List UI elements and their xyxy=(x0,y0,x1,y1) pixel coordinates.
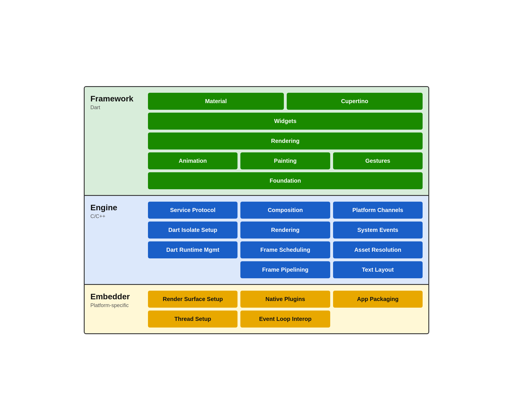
framework-content: Material Cupertino Widgets Rendering Ani… xyxy=(148,93,423,189)
embedder-row-2: Thread Setup Event Loop Interop xyxy=(148,311,423,328)
embedder-empty-box xyxy=(333,311,423,328)
painting-box: Painting xyxy=(240,152,330,169)
engine-section: Engine C/C++ Service Protocol Compositio… xyxy=(85,196,428,285)
engine-rendering-box: Rendering xyxy=(240,222,330,239)
framework-title: Framework xyxy=(90,94,148,103)
embedder-title: Embedder xyxy=(90,292,148,301)
framework-section: Framework Dart Material Cupertino Widget… xyxy=(85,87,428,196)
frame-pipelining-box: Frame Pipelining xyxy=(240,261,330,278)
embedder-row-1: Render Surface Setup Native Plugins App … xyxy=(148,291,423,308)
thread-setup-box: Thread Setup xyxy=(148,311,238,328)
animation-box: Animation xyxy=(148,152,238,169)
native-plugins-box: Native Plugins xyxy=(240,291,330,308)
engine-title: Engine xyxy=(90,203,148,212)
engine-row-4: Frame Pipelining Text Layout xyxy=(148,261,423,278)
engine-row-3: Dart Runtime Mgmt Frame Scheduling Asset… xyxy=(148,241,423,258)
asset-resolution-box: Asset Resolution xyxy=(333,241,423,258)
embedder-section: Embedder Platform-specific Render Surfac… xyxy=(85,285,428,333)
composition-box: Composition xyxy=(240,202,330,219)
embedder-label: Embedder Platform-specific xyxy=(90,291,148,328)
engine-content: Service Protocol Composition Platform Ch… xyxy=(148,202,423,278)
dart-isolate-setup-box: Dart Isolate Setup xyxy=(148,222,238,239)
gestures-box: Gestures xyxy=(333,152,423,169)
framework-row-1: Material Cupertino xyxy=(148,93,423,110)
framework-row-3: Rendering xyxy=(148,133,423,150)
rendering-box: Rendering xyxy=(148,133,423,150)
widgets-box: Widgets xyxy=(148,113,423,130)
engine-label: Engine C/C++ xyxy=(90,202,148,278)
framework-label: Framework Dart xyxy=(90,93,148,189)
framework-row-5: Foundation xyxy=(148,172,423,189)
app-packaging-box: App Packaging xyxy=(333,291,423,308)
frame-scheduling-box: Frame Scheduling xyxy=(240,241,330,258)
engine-subtitle: C/C++ xyxy=(90,213,148,220)
engine-row-1: Service Protocol Composition Platform Ch… xyxy=(148,202,423,219)
framework-row-2: Widgets xyxy=(148,113,423,130)
engine-empty-box xyxy=(148,261,238,278)
framework-subtitle: Dart xyxy=(90,105,148,111)
event-loop-interop-box: Event Loop Interop xyxy=(240,311,330,328)
embedder-subtitle: Platform-specific xyxy=(90,302,148,309)
material-box: Material xyxy=(148,93,284,110)
foundation-box: Foundation xyxy=(148,172,423,189)
platform-channels-box: Platform Channels xyxy=(333,202,423,219)
flutter-architecture-diagram: Framework Dart Material Cupertino Widget… xyxy=(84,86,429,334)
system-events-box: System Events xyxy=(333,222,423,239)
engine-row-2: Dart Isolate Setup Rendering System Even… xyxy=(148,222,423,239)
framework-row-4: Animation Painting Gestures xyxy=(148,152,423,169)
dart-runtime-mgmt-box: Dart Runtime Mgmt xyxy=(148,241,238,258)
render-surface-setup-box: Render Surface Setup xyxy=(148,291,238,308)
service-protocol-box: Service Protocol xyxy=(148,202,238,219)
cupertino-box: Cupertino xyxy=(287,93,423,110)
text-layout-box: Text Layout xyxy=(333,261,423,278)
embedder-content: Render Surface Setup Native Plugins App … xyxy=(148,291,423,328)
